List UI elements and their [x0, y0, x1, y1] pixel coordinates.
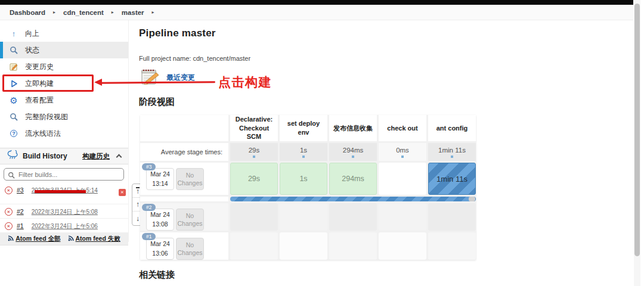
build-number-badge[interactable]: #2	[142, 204, 156, 211]
average-stage-time: 29s	[230, 143, 278, 161]
build-date-link[interactable]: 2022年3月24日 上午5:06	[32, 222, 98, 231]
progress-filler	[140, 197, 228, 201]
stage-table-corner	[140, 115, 228, 141]
build-history-title: Build History	[23, 152, 67, 160]
average-time-value: 294ms	[343, 147, 364, 154]
question-icon: ?	[9, 130, 18, 137]
build-row-caption: #3Mar 2413:14NoChanges	[140, 163, 228, 195]
no-changes-card: NoChanges	[176, 168, 204, 190]
sidebar-item-configure[interactable]: ⚙查看配置	[0, 92, 128, 108]
atom-feed-bar: Atom feed 全部Atom feed 失败	[0, 233, 128, 245]
average-stage-times-label: Average stage times:	[140, 143, 228, 161]
stage-cell	[280, 232, 327, 260]
page-scrollbar[interactable]	[634, 0, 640, 286]
delete-build-icon[interactable]	[119, 189, 126, 196]
breadcrumb-item-cdn_tencent[interactable]: cdn_tencent	[63, 9, 104, 16]
recent-changes-row: 最近变更	[139, 68, 633, 87]
sidebar-item-label: 流水线语法	[25, 129, 61, 139]
stage-cell	[230, 232, 278, 260]
filter-builds-input[interactable]	[4, 168, 124, 181]
atom-feed-label: Atom feed 全部	[16, 235, 60, 243]
build-number-link[interactable]: #2	[17, 208, 24, 215]
sidebar-item-label: 状态	[25, 45, 39, 55]
sidebar-item-pipeline-syntax[interactable]: ?流水线语法	[0, 125, 128, 142]
mini-bar-marker	[352, 156, 354, 158]
chevron-right-icon: ▸	[112, 10, 114, 15]
full-project-name: Full project name: cdn_tencent/master	[139, 55, 633, 62]
build-number-badge[interactable]: #3	[142, 163, 156, 170]
filter-builds	[4, 168, 125, 181]
build-row-caption: #1Mar 2413:06NoChanges	[140, 232, 228, 260]
stage-cell	[329, 232, 377, 260]
breadcrumb: Dashboard▸cdn_tencent▸master▸	[0, 5, 633, 20]
build-history-rows: #32022年3月24日 上午5:14#22022年3月24日 上午5:08#1…	[0, 183, 128, 233]
stage-cell[interactable]: 29s	[230, 163, 278, 195]
mini-bar-marker	[253, 156, 255, 158]
atom-feed-link[interactable]: Atom feed 全部	[8, 235, 60, 243]
build-date-card[interactable]: Mar 2413:14	[146, 168, 174, 190]
build-date-card[interactable]: Mar 2413:06	[146, 238, 174, 260]
rss-icon	[68, 235, 74, 243]
build-number-link[interactable]: #1	[17, 222, 24, 229]
build-date-card[interactable]: Mar 2413:08	[146, 209, 174, 231]
stage-cell	[379, 163, 426, 195]
stage-cell	[379, 232, 426, 260]
no-changes-label: No	[186, 172, 194, 179]
build-history-row: #12022年3月24日 上午5:06	[0, 219, 128, 233]
breadcrumb-item-dashboard[interactable]: Dashboard	[10, 9, 45, 16]
average-stage-time: 1s	[280, 143, 327, 161]
scrollbar-thumb[interactable]	[634, 4, 640, 256]
no-changes-label: No	[186, 241, 194, 249]
jenkins-pipeline-screen: Dashboard▸cdn_tencent▸master▸ ↑向上状态变更历史立…	[0, 0, 644, 286]
sidebar-item-label: 变更历史	[25, 62, 54, 72]
mini-bar-marker	[451, 156, 453, 158]
chevron-up-icon[interactable]	[116, 154, 122, 160]
build-history-link[interactable]: 构建历史	[82, 152, 110, 161]
search-icon	[9, 113, 18, 121]
build-failed-icon	[5, 222, 13, 230]
build-failed-icon	[5, 208, 13, 216]
play-icon	[9, 80, 18, 88]
window-top-edge	[0, 0, 633, 5]
no-changes-card: NoChanges	[176, 238, 204, 260]
build-time: 13:14	[152, 179, 168, 189]
sidebar-item-full-stage-view[interactable]: 完整阶段视图	[0, 108, 128, 125]
stage-column-header: set deploy env	[280, 115, 327, 141]
build-history-row: #32022年3月24日 上午5:14	[0, 183, 128, 204]
sidebar-item-label: 完整阶段视图	[25, 112, 68, 122]
average-stage-time: 294ms	[329, 143, 377, 161]
build-date: Mar 24	[150, 170, 170, 179]
sidebar-item-changes-history[interactable]: 变更历史	[0, 58, 128, 75]
stage-cell[interactable]: 1s	[280, 163, 327, 195]
sidebar-item-status[interactable]: 状态	[0, 42, 128, 58]
stage-cell	[230, 203, 278, 231]
mini-bar-marker	[302, 156, 305, 158]
average-time-value: 29s	[249, 147, 260, 154]
build-date-link[interactable]: 2022年3月24日 上午5:08	[32, 208, 98, 216]
stage-cell[interactable]: 1min 11s	[428, 163, 476, 195]
average-time-value: 1min 11s	[438, 147, 466, 154]
stage-cell[interactable]: 294ms	[329, 163, 377, 195]
build-date-link[interactable]: 2022年3月24日 上午5:14	[32, 186, 98, 195]
chevron-right-icon: ▸	[53, 10, 55, 15]
sidebar-item-build-now[interactable]: 立即构建	[0, 75, 128, 92]
atom-feed-link[interactable]: Atom feed 失败	[68, 235, 120, 243]
average-time-value: 0ms	[396, 147, 409, 154]
build-progress-bar[interactable]	[230, 197, 476, 201]
build-number-badge[interactable]: #1	[142, 233, 156, 240]
rss-icon	[8, 235, 14, 243]
no-changes-card: NoChanges	[176, 209, 204, 231]
related-links-title: 相关链接	[139, 269, 633, 281]
breadcrumb-item-master[interactable]: master	[122, 9, 144, 16]
stage-cell	[280, 203, 327, 231]
sidebar-item-up[interactable]: ↑向上	[0, 25, 128, 42]
sidebar-item-label: 立即构建	[25, 79, 54, 89]
stage-cell	[379, 203, 426, 231]
search-icon	[9, 46, 18, 54]
recent-changes-link[interactable]: 最近变更	[166, 73, 195, 83]
main-content: Pipeline master Full project name: cdn_t…	[129, 20, 633, 281]
stage-column-header: check out	[379, 115, 426, 141]
sidebar-item-label: 向上	[25, 29, 39, 39]
build-number-link[interactable]: #3	[17, 186, 24, 194]
atom-feed-label: Atom feed 失败	[76, 235, 120, 243]
